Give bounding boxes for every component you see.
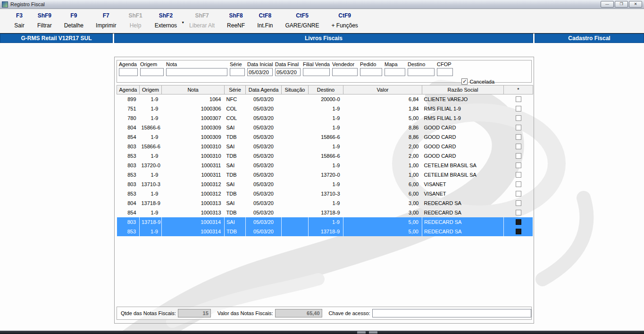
row-checkbox[interactable] xyxy=(516,144,521,149)
cell-nota: 1000310 xyxy=(162,151,225,161)
cell-destino: 1-9 xyxy=(309,113,343,123)
table-row[interactable]: 8531-91000311TDB05/03/2013720-01,00CETEL… xyxy=(117,170,533,180)
maximize-button[interactable]: ❐ xyxy=(615,1,628,8)
table-header-row: AgendaOrigemNotaSérieData AgendaSituação… xyxy=(117,86,533,94)
toolbar-item-filtrar[interactable]: ShF9Filtrar xyxy=(31,12,58,29)
table-row[interactable]: 80313718-91000314SAI05/03/201-95,00REDEC… xyxy=(117,217,533,227)
cell-origem: 13718-9 xyxy=(140,198,162,208)
cell-destino: 13710-3 xyxy=(309,189,343,198)
column-header-check[interactable]: * xyxy=(504,86,533,94)
taskbar-item[interactable] xyxy=(369,331,377,334)
row-checkbox[interactable] xyxy=(516,125,521,130)
chave-acesso-input[interactable] xyxy=(372,309,531,317)
column-header-data-agenda[interactable]: Data Agenda xyxy=(246,86,282,94)
filter-input-destino[interactable] xyxy=(408,68,435,76)
toolbar-item-externos[interactable]: ShF2Externos▼ xyxy=(149,12,183,29)
close-button[interactable]: ✕ xyxy=(629,1,642,8)
cell-data_agenda: 05/03/20 xyxy=(246,217,282,227)
filter-label-data_final: Data Final xyxy=(275,61,301,68)
table-row[interactable]: 8541-91000313TDB05/03/2013718-93,00REDEC… xyxy=(117,208,533,217)
table-row[interactable]: 80415866-61000309SAI05/03/201-98,86GOOD … xyxy=(117,123,533,132)
toolbar-item-sair[interactable]: F3Sair xyxy=(8,12,31,29)
table-row[interactable]: 8531-91000314TDB05/03/2013718-95,00REDEC… xyxy=(117,227,533,236)
row-checkbox[interactable] xyxy=(516,219,521,225)
filter-label-origem: Origem xyxy=(140,61,164,68)
table-row[interactable]: 80313710-31000312SAI05/03/201-96,00VISAN… xyxy=(117,180,533,189)
toolbar-item-int-fin[interactable]: CtF8Int.Fin xyxy=(251,12,279,29)
cell-nota: 1000314 xyxy=(162,217,225,227)
toolbar-item-detalhe[interactable]: F9Detalhe xyxy=(58,12,90,29)
row-checkbox[interactable] xyxy=(516,172,521,178)
toolbar-item-imprimir[interactable]: F7Imprimir xyxy=(90,12,122,29)
cell-serie: SAI xyxy=(225,198,246,208)
cell-situacao xyxy=(282,104,309,113)
toolbar-item-reenf[interactable]: ShF8ReeNF xyxy=(221,12,251,29)
cell-origem: 1-9 xyxy=(140,208,162,217)
table-row[interactable]: 8991-91064NFC05/03/2020000-06,84CLIENTE … xyxy=(117,94,533,104)
cancelada-checkbox[interactable]: ✓ Cancelada xyxy=(461,78,494,85)
row-checkbox[interactable] xyxy=(516,181,521,187)
cell-agenda: 804 xyxy=(117,123,140,132)
column-header-valor[interactable]: Valor xyxy=(343,86,422,94)
filter-label-nota: Nota xyxy=(166,61,227,68)
column-header-raz-o-social[interactable]: Razão Social xyxy=(422,86,504,94)
table-row[interactable]: 8531-91000310TDB05/03/2015866-62,00GOOD … xyxy=(117,151,533,161)
column-header-nota[interactable]: Nota xyxy=(162,86,225,94)
table-row[interactable]: 80413718-91000313SAI05/03/201-93,00REDEC… xyxy=(117,198,533,208)
column-header-s-rie[interactable]: Série xyxy=(225,86,246,94)
row-checkbox[interactable] xyxy=(516,153,521,159)
row-checkbox[interactable] xyxy=(516,106,521,111)
cell-nota: 1000311 xyxy=(162,161,225,170)
table-row[interactable]: 8541-91000309TDB05/03/2015866-68,86GOOD … xyxy=(117,132,533,142)
row-checkbox[interactable] xyxy=(516,115,521,121)
column-header-origem[interactable]: Origem xyxy=(140,86,162,94)
filter-label-vendedor: Vendedor xyxy=(332,61,358,68)
cell-agenda: 803 xyxy=(117,161,140,170)
toolbar-item-gare-gnre[interactable]: CtF5GARE/GNRE xyxy=(279,12,325,29)
cell-razao_social: REDECARD SA xyxy=(422,227,504,236)
table-row[interactable]: 80313720-01000311SAI05/03/201-91,00CETEL… xyxy=(117,161,533,170)
table-row[interactable]: 8531-91000312TDB05/03/2013710-36,00VISAN… xyxy=(117,189,533,198)
filter-input-origem[interactable] xyxy=(140,68,164,76)
filter-input-nota[interactable] xyxy=(166,68,227,76)
row-checkbox[interactable] xyxy=(516,229,521,234)
cell-origem: 1-9 xyxy=(140,94,162,104)
toolbar-item-label: + Funções xyxy=(332,22,358,29)
row-checkbox[interactable] xyxy=(516,191,521,197)
filter-input-agenda[interactable] xyxy=(119,68,138,76)
toolbar-item-label: Imprimir xyxy=(96,22,116,29)
filter-input-data_inicial[interactable] xyxy=(247,68,273,76)
row-checkbox[interactable] xyxy=(516,134,521,140)
cell-agenda: 853 xyxy=(117,227,140,236)
row-checkbox[interactable] xyxy=(516,210,521,215)
filter-label-destino: Destino xyxy=(408,61,435,68)
table-row[interactable]: 7801-91000307COL05/03/201-95,00RMS FILIA… xyxy=(117,113,533,123)
row-checkbox[interactable] xyxy=(516,200,521,206)
filter-input-serie[interactable] xyxy=(230,68,245,76)
filter-input-mapa[interactable] xyxy=(385,68,405,76)
minimize-button[interactable]: — xyxy=(601,1,614,8)
table-row[interactable]: 7511-91000306COL05/03/201-91,84RMS FILIA… xyxy=(117,104,533,113)
column-header-agenda[interactable]: Agenda xyxy=(117,86,140,94)
cell-data_agenda: 05/03/20 xyxy=(246,170,282,180)
cell-serie: TDB xyxy=(225,227,246,236)
cell-data_agenda: 05/03/20 xyxy=(246,198,282,208)
filter-input-data_final[interactable] xyxy=(275,68,301,76)
filter-input-filial_venda[interactable] xyxy=(303,68,330,76)
row-checkbox[interactable] xyxy=(516,96,521,102)
cell-origem: 13718-9 xyxy=(140,217,162,227)
cell-nota: 1000309 xyxy=(162,132,225,142)
cell-destino: 15866-6 xyxy=(309,151,343,161)
cell-agenda: 853 xyxy=(117,170,140,180)
toolbar-item--fun-es[interactable]: CtF9+ Funções xyxy=(326,12,364,29)
filter-input-vendedor[interactable] xyxy=(332,68,358,76)
row-checkbox[interactable] xyxy=(516,163,521,168)
qtde-label: Qtde das Notas Fiscais: xyxy=(121,310,176,316)
toolbar-item-label: Filtrar xyxy=(37,22,52,29)
filter-input-pedido[interactable] xyxy=(360,68,382,76)
table-row[interactable]: 80315866-61000310SAI05/03/201-92,00GOOD … xyxy=(117,142,533,151)
taskbar-item[interactable] xyxy=(357,331,366,334)
column-header-destino[interactable]: Destino xyxy=(309,86,343,94)
column-header-situa-o[interactable]: Situação xyxy=(282,86,309,94)
toolbar-item-label: Help xyxy=(128,22,142,29)
